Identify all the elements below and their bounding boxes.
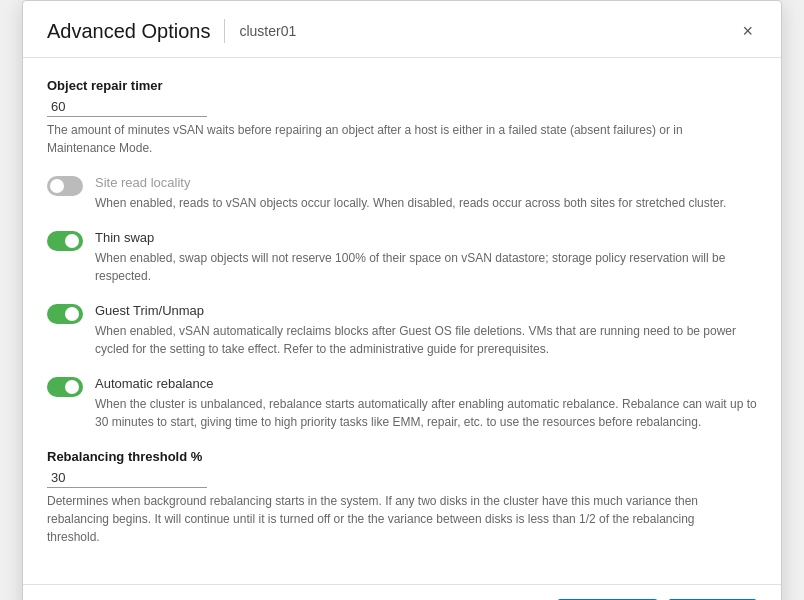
automatic-rebalance-label: Automatic rebalance: [95, 376, 757, 391]
object-repair-timer-label: Object repair timer: [47, 78, 757, 93]
guest-trim-unmap-row: Guest Trim/Unmap When enabled, vSAN auto…: [47, 303, 757, 358]
object-repair-timer-input[interactable]: [47, 97, 207, 117]
thin-swap-row: Thin swap When enabled, swap objects wil…: [47, 230, 757, 285]
thin-swap-slider: [47, 231, 83, 251]
thin-swap-toggle[interactable]: [47, 231, 83, 251]
guest-trim-unmap-label: Guest Trim/Unmap: [95, 303, 757, 318]
dialog-footer: CANCEL APPLY: [23, 584, 781, 600]
header-separator: [224, 19, 225, 43]
guest-trim-unmap-description: When enabled, vSAN automatically reclaim…: [95, 322, 757, 358]
guest-trim-unmap-content: Guest Trim/Unmap When enabled, vSAN auto…: [95, 303, 757, 358]
thin-swap-description: When enabled, swap objects will not rese…: [95, 249, 757, 285]
site-read-locality-slider: [47, 176, 83, 196]
rebalancing-threshold-label: Rebalancing threshold %: [47, 449, 757, 464]
automatic-rebalance-description: When the cluster is unbalanced, rebalanc…: [95, 395, 757, 431]
guest-trim-unmap-slider: [47, 304, 83, 324]
advanced-options-dialog: Advanced Options cluster01 × Object repa…: [22, 0, 782, 600]
dialog-title: Advanced Options: [47, 20, 210, 43]
object-repair-timer-description: The amount of minutes vSAN waits before …: [47, 121, 727, 157]
object-repair-timer-group: Object repair timer The amount of minute…: [47, 78, 757, 157]
dialog-body: Object repair timer The amount of minute…: [23, 58, 781, 584]
automatic-rebalance-row: Automatic rebalance When the cluster is …: [47, 376, 757, 431]
rebalancing-threshold-description: Determines when background rebalancing s…: [47, 492, 727, 546]
site-read-locality-row: Site read locality When enabled, reads t…: [47, 175, 757, 212]
thin-swap-content: Thin swap When enabled, swap objects wil…: [95, 230, 757, 285]
automatic-rebalance-toggle[interactable]: [47, 377, 83, 397]
rebalancing-threshold-input[interactable]: [47, 468, 207, 488]
site-read-locality-toggle[interactable]: [47, 176, 83, 196]
automatic-rebalance-slider: [47, 377, 83, 397]
site-read-locality-label: Site read locality: [95, 175, 757, 190]
thin-swap-label: Thin swap: [95, 230, 757, 245]
guest-trim-unmap-toggle[interactable]: [47, 304, 83, 324]
site-read-locality-content: Site read locality When enabled, reads t…: [95, 175, 757, 212]
close-button[interactable]: ×: [738, 20, 757, 42]
site-read-locality-description: When enabled, reads to vSAN objects occu…: [95, 194, 757, 212]
dialog-subtitle: cluster01: [239, 23, 296, 39]
rebalancing-threshold-group: Rebalancing threshold % Determines when …: [47, 449, 757, 546]
dialog-header: Advanced Options cluster01 ×: [23, 1, 781, 58]
automatic-rebalance-content: Automatic rebalance When the cluster is …: [95, 376, 757, 431]
